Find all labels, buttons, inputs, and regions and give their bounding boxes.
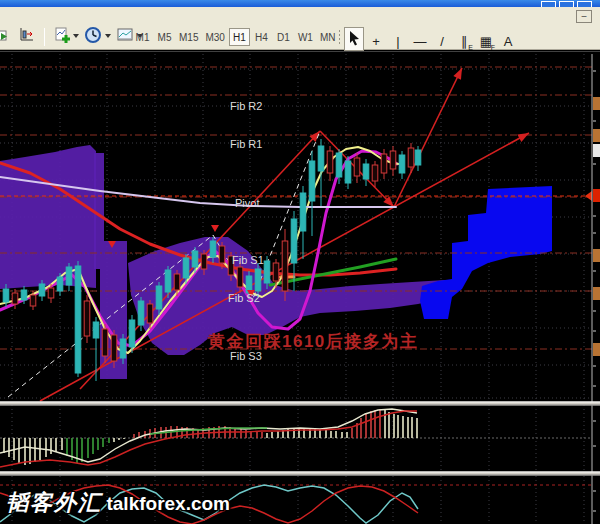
candle-body — [66, 267, 72, 285]
chart-shift-button[interactable] — [17, 27, 37, 47]
candle-body — [156, 286, 162, 309]
equidistant-channel-tool-button[interactable]: ∥E — [454, 31, 474, 51]
vertical-line-tool-button[interactable]: | — [388, 31, 408, 51]
candle-body — [327, 151, 333, 173]
candle-body — [264, 261, 270, 283]
cursor-tool-button[interactable] — [344, 27, 364, 51]
candle-body — [3, 289, 9, 302]
timeframe-button-mn[interactable]: MN — [317, 28, 339, 46]
candle-body — [183, 258, 189, 278]
menubar: – — [0, 7, 600, 25]
candle-body — [381, 154, 387, 173]
horizontal-line-tool-button[interactable]: — — [410, 31, 430, 51]
candle-body — [84, 301, 90, 336]
timeframe-button-w1[interactable]: W1 — [295, 28, 316, 46]
candle-body — [48, 288, 54, 298]
timeframe-button-d1[interactable]: D1 — [273, 28, 294, 46]
chart-shift-icon — [18, 26, 36, 48]
candle-body — [210, 241, 216, 257]
crosshair-tool-button[interactable]: + — [366, 31, 386, 51]
fib-price-tag — [593, 97, 600, 110]
toolbar-grip[interactable] — [338, 29, 341, 45]
indicators-button[interactable] — [52, 27, 72, 47]
auto-scroll-button[interactable] — [0, 27, 11, 47]
cursor-icon — [347, 30, 361, 46]
candle-body — [93, 322, 99, 338]
candle-body — [75, 266, 81, 373]
clock-icon — [84, 26, 102, 48]
timeframe-button-h1[interactable]: H1 — [229, 28, 250, 46]
candle-body — [408, 148, 414, 167]
indicators-dropdown-icon[interactable] — [73, 34, 79, 38]
candle-body — [21, 290, 27, 300]
fib-label: Fib R2 — [230, 100, 262, 112]
fib-label: Fib S1 — [232, 254, 264, 266]
chart-minimize-button[interactable]: – — [576, 10, 592, 23]
chart-area[interactable]: Fib R2Fib R1PivotFib S1Fib S2Fib S3黄金回踩1… — [0, 51, 600, 524]
candle-body — [138, 301, 144, 325]
text-label-tool-button[interactable]: A — [498, 31, 518, 51]
candle-body — [30, 295, 36, 306]
timeframe-button-m1[interactable]: M1 — [132, 28, 153, 46]
watermark-site: talkforex.com — [106, 493, 230, 514]
candle-body — [255, 269, 261, 291]
timeframe-button-m15[interactable]: M15 — [176, 28, 201, 46]
timeframe-group: M1M5M15M30H1H4D1W1MN — [132, 27, 339, 48]
current-price-tag — [593, 189, 600, 202]
add-indicator-icon — [53, 26, 71, 48]
timeframe-button-m30[interactable]: M30 — [202, 28, 227, 46]
candle-body — [192, 251, 198, 267]
candle-body — [39, 284, 45, 296]
candle-body — [219, 246, 225, 263]
candle-body — [165, 270, 171, 292]
drawing-tools-group: +|—/∥E▦FA — [344, 27, 520, 48]
fib-price-tag — [593, 249, 600, 262]
toolbar: M1M5M15M30H1H4D1W1MN +|—/∥E▦FA — [0, 25, 600, 50]
fib-label: Pivot — [235, 197, 259, 209]
candle-body — [273, 263, 279, 281]
candle-body — [57, 277, 63, 291]
candle-body — [174, 274, 180, 290]
candle-body — [291, 219, 297, 263]
watermark: 韬客外汇 talkforex.com — [6, 488, 230, 518]
candle-body — [147, 304, 153, 323]
timeframe-button-h4[interactable]: H4 — [251, 28, 272, 46]
fib-price-tag — [593, 129, 600, 142]
candle-body — [399, 155, 405, 173]
fib-label: Fib R1 — [230, 138, 262, 150]
candle-body — [336, 153, 342, 177]
fib-label: Fib S3 — [230, 350, 262, 362]
candle-body — [129, 320, 135, 347]
price-chart[interactable]: Fib R2Fib R1PivotFib S1Fib S2Fib S3黄金回踩1… — [0, 52, 600, 524]
candle-body — [372, 165, 378, 181]
candle-body — [363, 164, 369, 179]
candle-body — [111, 335, 117, 361]
candle-body — [345, 161, 351, 183]
candle-body — [102, 329, 108, 356]
candle-body — [120, 339, 126, 358]
fibonacci-tool-button[interactable]: ▦F — [476, 31, 496, 51]
chart-background — [0, 52, 600, 524]
candle-body — [237, 267, 243, 287]
fib-price-tag — [593, 287, 600, 300]
candle-body — [415, 150, 421, 165]
candle-body — [282, 241, 288, 291]
candle-body — [390, 151, 396, 169]
periods-button[interactable] — [83, 27, 103, 47]
timeframe-button-m5[interactable]: M5 — [154, 28, 175, 46]
candle-body — [201, 254, 207, 269]
candle-body — [300, 193, 306, 231]
candle-body — [318, 146, 324, 171]
candle-body — [12, 293, 18, 304]
fib-price-tag — [593, 343, 600, 356]
titlebar — [0, 0, 600, 7]
candle-body — [354, 158, 360, 176]
mt4-window: – — [0, 0, 600, 524]
watermark-chinese: 韬客外汇 — [6, 490, 102, 515]
periods-dropdown-icon[interactable] — [105, 34, 111, 38]
fib-price-tag — [593, 144, 600, 157]
candle-body — [309, 161, 315, 201]
chart-play-icon — [0, 26, 10, 48]
trendline-tool-button[interactable]: / — [432, 31, 452, 51]
chart-annotation: 黄金回踩1610后接多为主 — [207, 331, 418, 351]
